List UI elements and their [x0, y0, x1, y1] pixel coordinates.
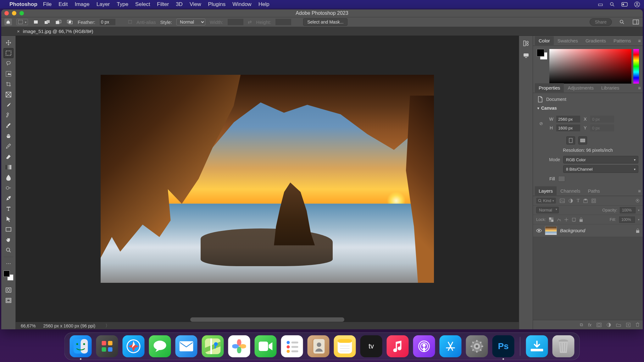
lock-all-icon[interactable] — [579, 217, 583, 222]
filter-type-icon[interactable]: T — [577, 198, 580, 203]
subtract-selection-icon[interactable] — [55, 19, 62, 25]
layer-lock-icon[interactable] — [636, 228, 640, 233]
window-close-button[interactable] — [4, 11, 9, 15]
pen-tool[interactable] — [3, 193, 14, 203]
menu-edit[interactable]: Edit — [58, 1, 68, 8]
color-fg-bg-swatches[interactable] — [537, 49, 547, 60]
tab-layers[interactable]: Layers — [535, 186, 557, 195]
menu-select[interactable]: Select — [135, 1, 150, 8]
properties-panel-menu-icon[interactable]: ≡ — [638, 85, 641, 90]
dock-notes[interactable] — [334, 335, 356, 357]
lock-image-icon[interactable] — [557, 217, 561, 222]
home-button[interactable] — [4, 19, 12, 25]
dock-mail[interactable] — [175, 335, 197, 357]
dodge-tool[interactable] — [3, 183, 14, 193]
mini-panel-icon-2[interactable] — [523, 53, 529, 58]
tab-channels[interactable]: Channels — [557, 186, 584, 195]
hand-tool[interactable] — [3, 235, 14, 245]
eyedropper-tool[interactable] — [3, 100, 14, 110]
select-and-mask-button[interactable]: Select and Mask... — [303, 18, 347, 26]
menubar-date-icon[interactable]: ▭ — [598, 1, 603, 8]
layer-name[interactable]: Background — [560, 228, 633, 233]
color-field[interactable] — [549, 49, 631, 84]
canvas-viewport[interactable] — [16, 36, 519, 322]
bit-depth-select[interactable]: 8 Bits/Channel▾ — [563, 165, 638, 173]
quick-mask-icon[interactable] — [3, 285, 14, 295]
blur-tool[interactable] — [3, 173, 14, 183]
menubar-control-center-icon[interactable] — [621, 2, 628, 7]
healing-brush-tool[interactable] — [3, 110, 14, 120]
object-selection-tool[interactable] — [3, 69, 14, 79]
marquee-tool[interactable] — [3, 48, 14, 58]
feather-input[interactable] — [100, 19, 115, 25]
eraser-tool[interactable] — [3, 152, 14, 162]
brush-tool[interactable] — [3, 121, 14, 131]
menu-view[interactable]: View — [190, 1, 201, 8]
layer-fill-input[interactable]: 100% — [619, 217, 635, 223]
canvas-width-input[interactable] — [556, 116, 580, 123]
dock-music[interactable] — [387, 335, 409, 357]
dock-safari[interactable] — [123, 335, 145, 357]
menubar-user-icon[interactable] — [634, 1, 640, 8]
link-dims-icon[interactable]: ⊘ — [539, 121, 543, 126]
menubar-search-icon[interactable] — [609, 2, 615, 7]
history-brush-tool[interactable] — [3, 141, 14, 151]
layer-fx-icon[interactable]: fx — [588, 322, 591, 327]
layer-thumbnail[interactable] — [545, 226, 557, 235]
tab-swatches[interactable]: Swatches — [554, 36, 582, 45]
fill-color-swatch[interactable] — [558, 176, 565, 182]
color-mode-select[interactable]: RGB Color▾ — [563, 156, 638, 163]
new-selection-icon[interactable] — [32, 19, 39, 25]
color-panel-menu-icon[interactable]: ≡ — [638, 38, 641, 43]
menu-filter[interactable]: Filter — [157, 1, 169, 8]
active-tool-preset[interactable]: ▾ — [16, 19, 28, 25]
document-tab-title[interactable]: image_51.jpg @ 66,7% (RGB/8#) — [23, 29, 93, 34]
dock-settings[interactable] — [466, 335, 488, 357]
dock-downloads[interactable] — [526, 335, 548, 357]
delete-layer-icon[interactable] — [636, 322, 640, 327]
tab-properties[interactable]: Properties — [535, 83, 564, 92]
app-name[interactable]: Photoshop — [9, 1, 37, 8]
new-layer-icon[interactable] — [626, 323, 630, 327]
layer-filter-kind[interactable]: Kind▾ — [536, 198, 556, 204]
workspace-switcher-icon[interactable] — [632, 19, 640, 25]
menu-type[interactable]: Type — [117, 1, 128, 8]
document-canvas[interactable] — [101, 75, 434, 283]
status-menu-icon[interactable]: 〉 — [105, 323, 110, 329]
menu-window[interactable]: Window — [232, 1, 251, 8]
menu-plugins[interactable]: Plugins — [208, 1, 225, 8]
dock-photoshop[interactable]: Ps — [492, 335, 514, 357]
menu-layer[interactable]: Layer — [97, 1, 110, 8]
blend-mode-select[interactable]: Normal▾ — [536, 207, 559, 213]
status-dimensions[interactable]: 2560 px x 1600 px (96 ppi) — [43, 323, 95, 328]
tab-patterns[interactable]: Patterns — [610, 36, 635, 45]
dock-podcasts[interactable] — [413, 335, 435, 357]
landscape-orientation-button[interactable] — [578, 136, 587, 145]
share-button[interactable]: Share — [590, 18, 612, 26]
filter-toggle-icon[interactable]: ⦿ — [636, 198, 640, 203]
portrait-orientation-button[interactable] — [566, 136, 575, 145]
adjustment-layer-icon[interactable] — [607, 323, 611, 327]
window-zoom-button[interactable] — [19, 11, 24, 15]
dock-launchpad[interactable] — [96, 335, 118, 357]
edit-toolbar-icon[interactable]: ⋯ — [3, 258, 14, 268]
search-icon[interactable] — [618, 19, 626, 25]
layer-group-icon[interactable] — [616, 323, 621, 327]
filter-pixel-icon[interactable] — [560, 199, 565, 203]
opacity-input[interactable]: 100% — [620, 207, 636, 213]
clone-stamp-tool[interactable] — [3, 131, 14, 141]
menu-file[interactable]: File — [43, 1, 52, 8]
style-select[interactable]: Normal — [176, 19, 205, 25]
horizontal-scrollbar[interactable] — [190, 317, 344, 322]
canvas-section-header[interactable]: ▾Canvas — [537, 106, 638, 111]
lock-artboard-icon[interactable] — [572, 217, 576, 222]
window-minimize-button[interactable] — [12, 11, 16, 15]
filter-shape-icon[interactable] — [583, 199, 588, 203]
tab-adjustments[interactable]: Adjustments — [564, 83, 597, 92]
layer-item-background[interactable]: Background — [533, 224, 643, 237]
dock-photos[interactable] — [228, 335, 250, 357]
tab-libraries[interactable]: Libraries — [597, 83, 623, 92]
intersect-selection-icon[interactable] — [66, 19, 73, 25]
dock-finder[interactable] — [70, 335, 92, 357]
dock-maps[interactable] — [202, 335, 224, 357]
